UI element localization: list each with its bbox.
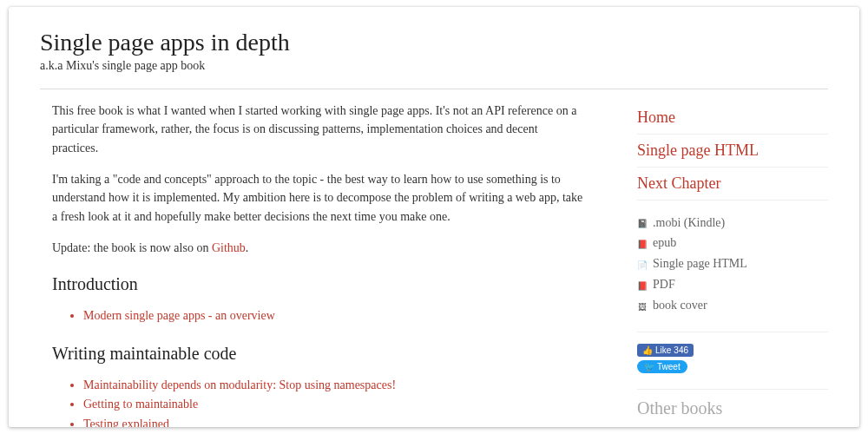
nav-next-chapter[interactable]: Next Chapter bbox=[637, 168, 828, 201]
header-divider bbox=[40, 89, 828, 89]
image-icon: 🖼 bbox=[637, 299, 648, 312]
toc-link-modularity[interactable]: Maintainability depends on modularity: S… bbox=[83, 378, 396, 391]
download-pdf[interactable]: 📕 PDF bbox=[637, 274, 828, 295]
fb-like-count: 346 bbox=[674, 345, 688, 355]
book-icon: 📓 bbox=[637, 216, 648, 228]
download-label: Single page HTML bbox=[653, 253, 747, 274]
download-label: .mobi (Kindle) bbox=[653, 213, 725, 233]
tweet-button[interactable]: 🐦 Tweet bbox=[637, 360, 687, 373]
sidebar: Home Single page HTML Next Chapter 📓 .mo… bbox=[637, 102, 828, 427]
sidebar-divider-2 bbox=[637, 389, 828, 390]
social-buttons: 👍 Like 346 🐦 Tweet bbox=[637, 341, 828, 373]
other-books-heading: Other books bbox=[637, 398, 828, 418]
download-cover[interactable]: 🖼 book cover bbox=[637, 295, 828, 316]
download-html[interactable]: 📄 Single page HTML bbox=[637, 253, 828, 274]
fb-like-label: Like bbox=[655, 345, 671, 355]
intro-paragraph-2: I'm taking a "code and concepts" approac… bbox=[52, 170, 585, 227]
update-paragraph: Update: the book is now also on Github. bbox=[52, 239, 585, 258]
tweet-label: Tweet bbox=[657, 362, 681, 372]
main-content: This free book is what I wanted when I s… bbox=[40, 102, 585, 427]
update-suffix: . bbox=[246, 241, 249, 254]
download-epub[interactable]: 📕 epub bbox=[637, 233, 828, 253]
download-label: epub bbox=[653, 233, 676, 253]
section-introduction-list: Modern single page apps - an overview bbox=[52, 306, 585, 326]
section-maintainable-heading: Writing maintainable code bbox=[52, 340, 585, 367]
pdf-icon: 📕 bbox=[637, 279, 648, 291]
toc-link-testing[interactable]: Testing explained bbox=[83, 418, 169, 427]
section-introduction-heading: Introduction bbox=[52, 271, 585, 298]
github-link[interactable]: Github bbox=[212, 241, 246, 254]
download-mobi[interactable]: 📓 .mobi (Kindle) bbox=[637, 213, 828, 233]
downloads-list: 📓 .mobi (Kindle) 📕 epub 📄 Single page HT… bbox=[637, 213, 828, 316]
download-label: book cover bbox=[653, 295, 707, 316]
toc-link-overview[interactable]: Modern single page apps - an overview bbox=[83, 309, 275, 322]
nav-single-page-html[interactable]: Single page HTML bbox=[637, 135, 828, 168]
document-icon: 📄 bbox=[637, 258, 648, 270]
download-label: PDF bbox=[653, 274, 675, 295]
book-icon: 📕 bbox=[637, 237, 648, 249]
page-subtitle: a.k.a Mixu's single page app book bbox=[40, 59, 828, 73]
sidebar-divider bbox=[637, 332, 828, 332]
toc-link-getting-maintainable[interactable]: Getting to maintainable bbox=[83, 398, 198, 411]
twitter-icon: 🐦 bbox=[644, 362, 654, 372]
section-maintainable-list: Maintainability depends on modularity: S… bbox=[52, 376, 585, 427]
update-prefix: Update: the book is now also on bbox=[52, 241, 212, 254]
page-title: Single page apps in depth bbox=[40, 28, 828, 57]
thumbs-up-icon: 👍 bbox=[642, 345, 653, 355]
intro-paragraph-1: This free book is what I wanted when I s… bbox=[52, 102, 585, 158]
facebook-like-button[interactable]: 👍 Like 346 bbox=[637, 344, 694, 357]
nav-home[interactable]: Home bbox=[637, 102, 828, 135]
